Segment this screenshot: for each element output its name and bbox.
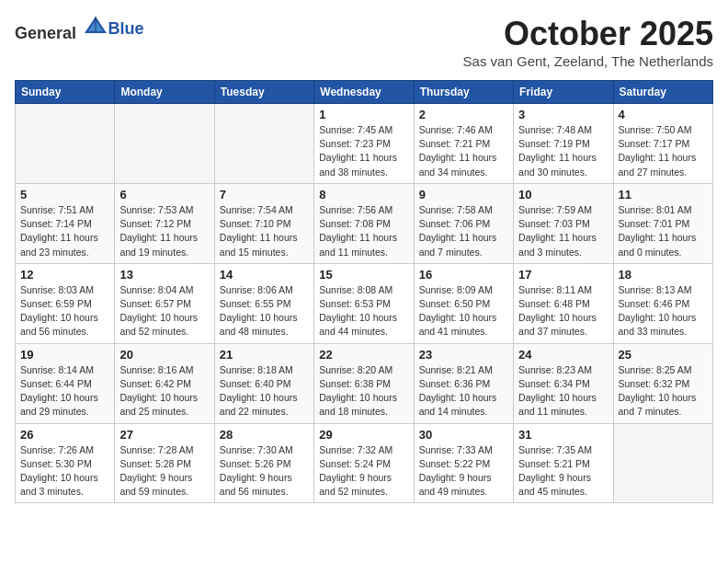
calendar-cell: 24Sunrise: 8:23 AM Sunset: 6:34 PM Dayli… xyxy=(514,343,613,423)
day-number: 13 xyxy=(119,268,209,282)
day-number: 20 xyxy=(119,348,209,362)
calendar-cell: 25Sunrise: 8:25 AM Sunset: 6:32 PM Dayli… xyxy=(613,343,712,423)
day-info: Sunrise: 7:28 AM Sunset: 5:28 PM Dayligh… xyxy=(119,443,209,500)
calendar-week-5: 26Sunrise: 7:26 AM Sunset: 5:30 PM Dayli… xyxy=(16,423,713,503)
calendar-cell: 4Sunrise: 7:50 AM Sunset: 7:17 PM Daylig… xyxy=(613,104,712,184)
calendar-cell xyxy=(613,423,712,503)
page-header: General Blue October 2025 Sas van Gent, … xyxy=(15,15,713,76)
day-info: Sunrise: 8:01 AM Sunset: 7:01 PM Dayligh… xyxy=(619,203,708,259)
day-info: Sunrise: 8:14 AM Sunset: 6:44 PM Dayligh… xyxy=(20,363,109,419)
day-info: Sunrise: 7:32 AM Sunset: 5:24 PM Dayligh… xyxy=(319,443,408,500)
calendar-cell: 29Sunrise: 7:32 AM Sunset: 5:24 PM Dayli… xyxy=(314,423,414,503)
day-info: Sunrise: 8:16 AM Sunset: 6:42 PM Dayligh… xyxy=(119,363,209,419)
day-info: Sunrise: 8:04 AM Sunset: 6:57 PM Dayligh… xyxy=(119,283,209,339)
day-info: Sunrise: 8:21 AM Sunset: 6:36 PM Dayligh… xyxy=(419,363,508,419)
day-number: 27 xyxy=(119,428,209,442)
day-info: Sunrise: 8:25 AM Sunset: 6:32 PM Dayligh… xyxy=(619,363,708,419)
day-number: 3 xyxy=(518,108,608,121)
calendar-week-4: 19Sunrise: 8:14 AM Sunset: 6:44 PM Dayli… xyxy=(16,343,713,423)
day-number: 14 xyxy=(220,268,309,282)
calendar-cell: 8Sunrise: 7:56 AM Sunset: 7:08 PM Daylig… xyxy=(314,183,414,263)
calendar-cell: 27Sunrise: 7:28 AM Sunset: 5:28 PM Dayli… xyxy=(115,423,214,503)
day-number: 15 xyxy=(319,268,408,282)
logo-blue: Blue xyxy=(108,20,144,39)
day-number: 23 xyxy=(419,348,508,362)
logo-general: General xyxy=(15,24,76,42)
day-number: 22 xyxy=(319,348,408,362)
calendar-cell: 31Sunrise: 7:35 AM Sunset: 5:21 PM Dayli… xyxy=(514,423,613,503)
logo: General Blue xyxy=(15,15,144,43)
day-info: Sunrise: 7:46 AM Sunset: 7:21 PM Dayligh… xyxy=(419,123,508,179)
calendar-cell: 19Sunrise: 8:14 AM Sunset: 6:44 PM Dayli… xyxy=(16,343,115,423)
subtitle: Sas van Gent, Zeeland, The Netherlands xyxy=(463,53,713,69)
day-info: Sunrise: 8:03 AM Sunset: 6:59 PM Dayligh… xyxy=(20,283,109,339)
day-number: 5 xyxy=(20,188,109,201)
day-number: 21 xyxy=(220,348,309,362)
day-number: 16 xyxy=(419,268,508,282)
calendar-cell: 20Sunrise: 8:16 AM Sunset: 6:42 PM Dayli… xyxy=(115,343,214,423)
day-info: Sunrise: 7:56 AM Sunset: 7:08 PM Dayligh… xyxy=(319,203,408,259)
calendar-cell: 7Sunrise: 7:54 AM Sunset: 7:10 PM Daylig… xyxy=(214,183,313,263)
calendar-cell: 26Sunrise: 7:26 AM Sunset: 5:30 PM Dayli… xyxy=(16,423,115,503)
day-info: Sunrise: 8:23 AM Sunset: 6:34 PM Dayligh… xyxy=(518,363,608,419)
calendar-cell: 14Sunrise: 8:06 AM Sunset: 6:55 PM Dayli… xyxy=(214,263,313,343)
day-info: Sunrise: 7:53 AM Sunset: 7:12 PM Dayligh… xyxy=(119,203,209,259)
day-info: Sunrise: 7:48 AM Sunset: 7:19 PM Dayligh… xyxy=(518,123,608,179)
weekday-header-row: Sunday Monday Tuesday Wednesday Thursday… xyxy=(16,81,713,104)
day-info: Sunrise: 7:35 AM Sunset: 5:21 PM Dayligh… xyxy=(518,443,608,500)
logo-icon xyxy=(83,13,108,39)
day-info: Sunrise: 8:09 AM Sunset: 6:50 PM Dayligh… xyxy=(419,283,508,339)
calendar-cell xyxy=(115,104,214,184)
header-sunday: Sunday xyxy=(16,81,115,104)
calendar-cell: 23Sunrise: 8:21 AM Sunset: 6:36 PM Dayli… xyxy=(414,343,513,423)
calendar-cell: 10Sunrise: 7:59 AM Sunset: 7:03 PM Dayli… xyxy=(514,183,613,263)
day-info: Sunrise: 8:20 AM Sunset: 6:38 PM Dayligh… xyxy=(319,363,408,419)
calendar-cell: 28Sunrise: 7:30 AM Sunset: 5:26 PM Dayli… xyxy=(214,423,313,503)
day-info: Sunrise: 7:50 AM Sunset: 7:17 PM Dayligh… xyxy=(619,123,708,179)
calendar-week-2: 5Sunrise: 7:51 AM Sunset: 7:14 PM Daylig… xyxy=(16,183,713,263)
day-number: 9 xyxy=(419,188,508,201)
calendar-week-1: 1Sunrise: 7:45 AM Sunset: 7:23 PM Daylig… xyxy=(16,104,713,184)
calendar-cell: 2Sunrise: 7:46 AM Sunset: 7:21 PM Daylig… xyxy=(414,104,513,184)
header-friday: Friday xyxy=(514,81,613,104)
day-number: 28 xyxy=(220,428,309,442)
header-wednesday: Wednesday xyxy=(314,81,414,104)
day-number: 6 xyxy=(119,188,209,201)
calendar-cell: 22Sunrise: 8:20 AM Sunset: 6:38 PM Dayli… xyxy=(314,343,414,423)
header-thursday: Thursday xyxy=(414,81,513,104)
day-number: 17 xyxy=(518,268,608,282)
day-info: Sunrise: 7:59 AM Sunset: 7:03 PM Dayligh… xyxy=(518,203,608,259)
header-tuesday: Tuesday xyxy=(214,81,313,104)
day-info: Sunrise: 8:11 AM Sunset: 6:48 PM Dayligh… xyxy=(518,283,608,339)
calendar-cell: 15Sunrise: 8:08 AM Sunset: 6:53 PM Dayli… xyxy=(314,263,414,343)
calendar-cell: 17Sunrise: 8:11 AM Sunset: 6:48 PM Dayli… xyxy=(514,263,613,343)
calendar-cell: 9Sunrise: 7:58 AM Sunset: 7:06 PM Daylig… xyxy=(414,183,513,263)
day-number: 18 xyxy=(619,268,708,282)
day-number: 24 xyxy=(518,348,608,362)
day-info: Sunrise: 7:33 AM Sunset: 5:22 PM Dayligh… xyxy=(419,443,508,500)
day-number: 26 xyxy=(20,428,109,442)
day-number: 8 xyxy=(319,188,408,201)
calendar-cell: 12Sunrise: 8:03 AM Sunset: 6:59 PM Dayli… xyxy=(16,263,115,343)
day-number: 29 xyxy=(319,428,408,442)
calendar-cell: 30Sunrise: 7:33 AM Sunset: 5:22 PM Dayli… xyxy=(414,423,513,503)
day-number: 4 xyxy=(619,108,708,121)
calendar-cell: 3Sunrise: 7:48 AM Sunset: 7:19 PM Daylig… xyxy=(514,104,613,184)
day-info: Sunrise: 8:06 AM Sunset: 6:55 PM Dayligh… xyxy=(220,283,309,339)
day-number: 10 xyxy=(518,188,608,201)
month-title: October 2025 xyxy=(463,15,713,53)
header-saturday: Saturday xyxy=(613,81,712,104)
header-right: October 2025 Sas van Gent, Zeeland, The … xyxy=(463,15,713,76)
calendar-cell: 21Sunrise: 8:18 AM Sunset: 6:40 PM Dayli… xyxy=(214,343,313,423)
calendar-cell: 13Sunrise: 8:04 AM Sunset: 6:57 PM Dayli… xyxy=(115,263,214,343)
day-number: 19 xyxy=(20,348,109,362)
day-info: Sunrise: 8:13 AM Sunset: 6:46 PM Dayligh… xyxy=(619,283,708,339)
calendar-cell: 11Sunrise: 8:01 AM Sunset: 7:01 PM Dayli… xyxy=(613,183,712,263)
day-info: Sunrise: 7:30 AM Sunset: 5:26 PM Dayligh… xyxy=(220,443,309,500)
calendar-cell: 18Sunrise: 8:13 AM Sunset: 6:46 PM Dayli… xyxy=(613,263,712,343)
day-info: Sunrise: 7:26 AM Sunset: 5:30 PM Dayligh… xyxy=(20,443,109,500)
day-number: 25 xyxy=(619,348,708,362)
day-info: Sunrise: 8:18 AM Sunset: 6:40 PM Dayligh… xyxy=(220,363,309,419)
day-info: Sunrise: 7:58 AM Sunset: 7:06 PM Dayligh… xyxy=(419,203,508,259)
calendar-cell: 5Sunrise: 7:51 AM Sunset: 7:14 PM Daylig… xyxy=(16,183,115,263)
